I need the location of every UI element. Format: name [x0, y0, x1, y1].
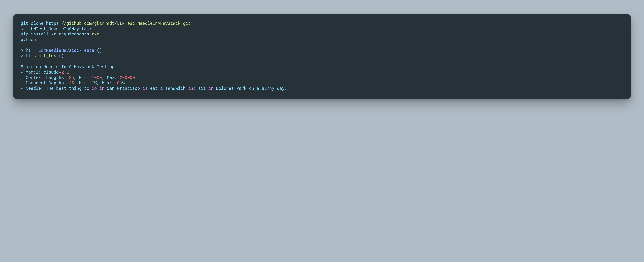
token: , — [74, 75, 76, 80]
token: , — [74, 81, 76, 86]
token: Document Depths — [26, 81, 64, 86]
token: LLMTest_NeedleInAHaystack — [117, 21, 180, 26]
token: - — [21, 75, 23, 80]
token: pip — [21, 32, 28, 37]
token: ht — [26, 54, 31, 58]
token: ht — [26, 48, 31, 53]
token: . — [284, 86, 287, 91]
token: / — [92, 21, 94, 26]
token: = — [34, 48, 36, 53]
token: gkamradt — [94, 21, 114, 26]
token: : — [64, 81, 66, 86]
code-block-card: git clone https://github.com/gkamradt/LL… — [14, 15, 630, 99]
token: % — [94, 81, 97, 86]
token: . — [31, 54, 33, 58]
token: //github — [61, 21, 82, 26]
token: is — [142, 86, 148, 91]
token: Min — [79, 75, 86, 80]
token: / — [114, 21, 117, 26]
token: git — [183, 21, 191, 26]
token: start_test — [34, 54, 59, 58]
token: , — [97, 81, 99, 86]
token: in — [208, 86, 214, 91]
token: Max — [107, 75, 114, 80]
prompt-marker: > — [21, 48, 23, 53]
token: - — [21, 70, 23, 75]
token: () — [97, 48, 102, 53]
token: San Francisco — [107, 86, 140, 91]
token: 35 — [69, 81, 74, 86]
token: git — [21, 21, 28, 26]
token: Needle — [26, 86, 41, 91]
token: do — [92, 86, 97, 91]
token: 35 — [69, 75, 74, 80]
token: txt — [92, 32, 99, 37]
token: . — [82, 21, 84, 26]
output-line: Starting Needle In A Haystack Testing — [21, 65, 114, 69]
token: Min — [79, 81, 86, 86]
token: 200000 — [120, 75, 135, 80]
token: requirements — [59, 32, 89, 37]
token: : — [110, 81, 112, 86]
token: 100 — [114, 81, 122, 86]
token: Dolores Park on a sunny day — [216, 86, 284, 91]
token: and — [188, 86, 196, 91]
token: cd — [21, 27, 26, 31]
token: Max — [102, 81, 109, 86]
token: () — [59, 54, 64, 58]
token: : — [87, 75, 89, 80]
token: : — [38, 70, 41, 75]
token: claude — [44, 70, 59, 75]
token: - — [21, 86, 23, 91]
token: , — [102, 75, 104, 80]
token: - — [21, 81, 23, 86]
token: https — [46, 21, 59, 26]
token: - — [51, 32, 54, 37]
token: 0 — [92, 81, 94, 86]
token: . — [89, 32, 92, 37]
token: sit — [198, 86, 206, 91]
token: : — [41, 86, 44, 91]
token: - — [59, 70, 61, 75]
token: eat a sandwich — [150, 86, 186, 91]
token: r — [54, 32, 56, 37]
token: install — [31, 32, 48, 37]
token: clone — [31, 21, 44, 26]
token: : — [87, 81, 89, 86]
token: Context Lengths — [26, 75, 64, 80]
token: : — [59, 21, 61, 26]
token: com — [84, 21, 92, 26]
token: Model — [26, 70, 38, 75]
token: LLMNeedleHaystackTester — [38, 48, 97, 53]
token: 1000 — [92, 75, 102, 80]
token: The best thing to — [46, 86, 89, 91]
token: : — [64, 75, 66, 80]
token: in — [99, 86, 104, 91]
prompt-marker: > — [21, 54, 23, 58]
token: : — [114, 75, 117, 80]
token: % — [122, 81, 125, 86]
code-content: git clone https://github.com/gkamradt/LL… — [21, 21, 623, 91]
token: . — [180, 21, 183, 26]
token: LLMTest_NeedleInAHaystack — [28, 27, 92, 31]
token: python — [21, 37, 36, 42]
token: 2.1 — [61, 70, 69, 75]
